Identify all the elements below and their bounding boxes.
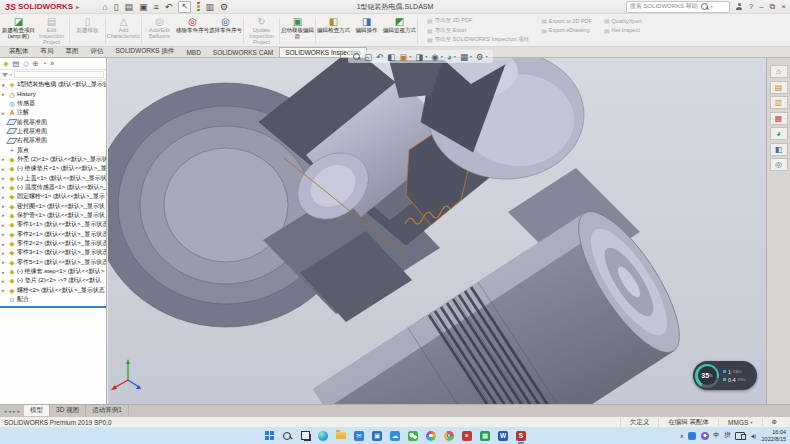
taskbar-word-icon[interactable]: W	[497, 429, 509, 442]
options-icon[interactable]: ⚙	[220, 2, 228, 12]
tree-item[interactable]: ▸◆零件2<2> (默认<<默认>_显示状态	[0, 239, 106, 248]
view-settings-icon[interactable]: ⚙	[476, 51, 484, 63]
net-speed-widget[interactable]: 35% 1 KB/s 0.4 KB/s	[693, 361, 757, 390]
menu-expand-arrow-icon[interactable]: ▸	[76, 3, 79, 10]
status-units[interactable]: MMGS▾	[718, 419, 762, 426]
taskbar-photos-icon[interactable]	[425, 429, 437, 442]
apply-scene-caret-icon[interactable]: ▾	[470, 54, 472, 59]
tab-scroll-buttons[interactable]: ◂◂▸▸	[0, 405, 24, 416]
undo-icon[interactable]: ↶	[165, 2, 173, 12]
search-input[interactable]: 搜索 SOLIDWORKS 帮助 ▾	[626, 1, 730, 13]
search-caret-icon[interactable]: ▾	[711, 4, 713, 9]
tab-scroll-arrow-icon[interactable]: ◂	[9, 408, 12, 414]
tray-ime-indicator[interactable]: 中	[713, 431, 720, 440]
tree-item[interactable]: ▸◆(-) 垫片 (2)<2> ->? (默认<<默认	[0, 276, 106, 285]
tree-item[interactable]: ▸◆保护管<1> (默认<<默认>_显示状	[0, 211, 106, 220]
tab-评估[interactable]: 评估	[85, 45, 110, 57]
view-tab-3D视图[interactable]: 3D 视图	[50, 405, 86, 416]
tab-草图[interactable]: 草图	[60, 45, 85, 57]
custom-properties-tab[interactable]: ◧	[770, 143, 788, 156]
add-edit-balloons-button[interactable]: ◎Add/Edit Balloons	[143, 15, 176, 46]
tree-item[interactable]: 前视基准面	[0, 117, 106, 126]
filter-funnel-icon[interactable]	[2, 73, 8, 77]
fm-tab-featuremanager[interactable]: ◈	[3, 59, 9, 68]
help-button[interactable]: ?	[749, 2, 753, 12]
tray-clock[interactable]: 16:042022/8/15	[762, 429, 786, 442]
search-icon[interactable]	[701, 3, 708, 10]
tree-item[interactable]: ▸◆(-) 温度传感器<1> (默认<<默认>_	[0, 183, 106, 192]
zoom-to-area-icon[interactable]: ◱	[364, 51, 372, 63]
tree-item[interactable]: +原点	[0, 145, 106, 154]
tree-item[interactable]: ▸◆固定螺栓<1> (默认<<默认>_显示	[0, 192, 106, 201]
previous-view-icon[interactable]: ↶	[376, 51, 383, 63]
section-view-icon[interactable]: ◧	[387, 51, 395, 63]
tree-item[interactable]: ▸◷History	[0, 89, 106, 98]
taskbar-file-explorer-icon[interactable]	[335, 429, 347, 442]
taskbar-wechat-icon[interactable]	[407, 429, 419, 442]
taskbar-search-icon[interactable]	[281, 429, 293, 442]
tab-布局[interactable]: 布局	[35, 45, 60, 57]
edit-inspection-project-button[interactable]: ▤Edit Inspection Project	[35, 15, 68, 46]
filter-input[interactable]	[14, 71, 104, 78]
display-style-icon[interactable]: ◨	[415, 51, 423, 63]
taskbar-reader-icon[interactable]: ≡	[461, 429, 473, 442]
cad-model-3d[interactable]	[108, 58, 766, 404]
tree-splitter[interactable]	[0, 306, 106, 308]
display-settings-icon[interactable]: ▥	[206, 2, 215, 12]
tab-mbd[interactable]: MBD	[180, 47, 206, 57]
tab-solidworks-插件[interactable]: SOLIDWORKS 插件	[110, 45, 181, 57]
launch-template-editor-button[interactable]: ▣启动模板编辑器	[281, 15, 314, 46]
restore-button[interactable]: ⧉	[770, 2, 776, 12]
view-palette-tab[interactable]: ▦	[770, 112, 788, 125]
export-item-button[interactable]: ▤导出至 Excel	[427, 27, 529, 34]
tree-item[interactable]: ▸◆螺栓<2> (默认<<默认>_显示状态	[0, 286, 106, 295]
tab-装配体[interactable]: 装配体	[3, 45, 35, 57]
fm-tab-dimxpert[interactable]: ⊕	[32, 59, 38, 68]
tree-item[interactable]: ◎传感器	[0, 99, 106, 108]
export-item-button[interactable]: ▤Net-Inspect	[604, 27, 642, 34]
tree-item[interactable]: ▸◆零件5<1> (默认<<默认>_显示状态	[0, 258, 106, 267]
fm-tab-configurations[interactable]: ◇	[23, 59, 29, 68]
new-template-button[interactable]: ▯新建模板	[71, 15, 104, 46]
tray-blue-app-icon[interactable]	[688, 432, 696, 440]
tree-item[interactable]: ∪配合	[0, 295, 106, 304]
view-settings-caret-icon[interactable]: ▾	[486, 54, 488, 59]
new-document-icon[interactable]: ▯	[114, 2, 119, 12]
taskbar-cloud-icon[interactable]: ☁	[389, 429, 401, 442]
select-balloons-button[interactable]: ◎选择零件序号	[209, 15, 242, 46]
fm-tab-expand[interactable]: »	[50, 59, 54, 68]
taskbar-green-app-icon[interactable]: ▦	[479, 429, 491, 442]
tree-item[interactable]: ▸◆零件2<1> (默认<<默认>_显示状态	[0, 230, 106, 239]
print-icon[interactable]: ≡	[154, 2, 159, 12]
display-style-caret-icon[interactable]: ▾	[425, 54, 427, 59]
select-icon[interactable]: ↖	[178, 1, 191, 13]
fm-tab-propertymanager[interactable]: ▤	[12, 59, 19, 68]
edit-gauges-button[interactable]: ◩编辑监视方式	[383, 15, 416, 46]
rebuild-icon[interactable]	[197, 2, 200, 12]
filter-caret-icon[interactable]: ▾	[10, 72, 12, 77]
tree-item[interactable]: 上视基准面	[0, 127, 106, 136]
status-tag-icon[interactable]: ⊕	[762, 418, 786, 426]
tree-item[interactable]: ▸◆外壳 (2)<1> (默认<<默认>_显示状	[0, 155, 106, 164]
taskbar-edge-icon[interactable]	[317, 429, 329, 442]
tree-root-item[interactable]: ▾◈1型铠装热电偶 (默认<默认_显示状态-1	[0, 80, 106, 89]
export-item-button[interactable]: ▤导出至 SOLIDWORKS Inspection 项目	[427, 36, 529, 43]
hide-show-items-icon[interactable]: ◉	[431, 51, 438, 63]
tab-scroll-arrow-icon[interactable]: ◂	[4, 408, 7, 414]
taskbar-start-icon[interactable]	[263, 429, 275, 442]
taskbar-task-view-icon[interactable]	[299, 429, 311, 442]
login-icon[interactable]	[736, 3, 743, 10]
update-inspection-project-button[interactable]: ↻Update Inspection Project	[245, 15, 278, 46]
tray-location-icon[interactable]	[701, 432, 709, 440]
edit-appearance-caret-icon[interactable]: ▾	[454, 54, 456, 59]
home-icon[interactable]: ⌂	[102, 2, 107, 12]
tray-monitor-icon[interactable]	[735, 432, 745, 440]
new-inspection-project-button[interactable]: ◪新建检查项目 (amp;树)	[2, 15, 35, 46]
view-tab-运动算例1[interactable]: 运动算例1	[86, 405, 129, 416]
tree-item[interactable]: ▸◆(-) 绝缘垫片<1> (默认<<默认>_显	[0, 164, 106, 173]
add-characteristic-button[interactable]: △Add Characteristic	[107, 15, 140, 46]
taskbar-browser-icon[interactable]	[443, 429, 455, 442]
graphics-area[interactable]: 35% 1 KB/s 0.4 KB/s	[108, 58, 766, 404]
solidworks-resources-tab[interactable]: ⌂	[770, 65, 788, 78]
taskbar-store-icon[interactable]: ▣	[371, 429, 383, 442]
